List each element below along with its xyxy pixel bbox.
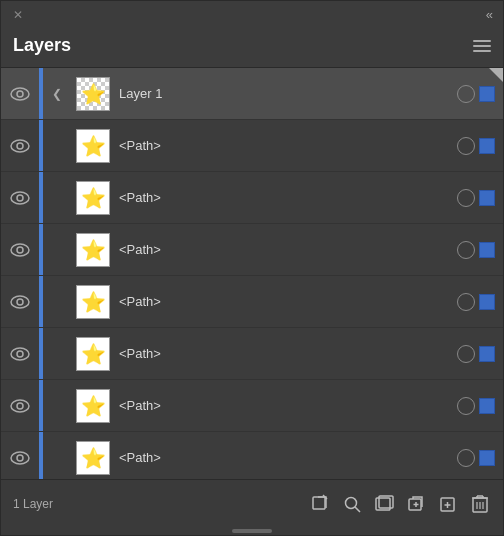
svg-point-12 [11, 400, 29, 412]
visibility-toggle[interactable] [1, 451, 39, 465]
svg-point-14 [11, 452, 29, 464]
svg-point-13 [17, 403, 23, 409]
layer-name: <Path> [115, 346, 457, 361]
target-circle[interactable] [457, 345, 475, 363]
layer-name: <Path> [115, 138, 457, 153]
panel-menu-button[interactable] [473, 40, 491, 52]
new-layer-button[interactable] [437, 493, 459, 515]
layer-indent-line [39, 380, 43, 431]
svg-point-9 [17, 299, 23, 305]
footer-actions [309, 493, 491, 515]
color-square[interactable] [479, 294, 495, 310]
svg-point-1 [17, 91, 23, 97]
layer-name: Layer 1 [115, 86, 457, 101]
layer-indent-line [39, 224, 43, 275]
layer-indent-line [39, 328, 43, 379]
svg-point-10 [11, 348, 29, 360]
layer-row[interactable]: ❮ ⭐ Layer 1 [1, 68, 503, 120]
path-thumbnail: ⭐ [75, 336, 111, 372]
panel-title-bar: Layers [1, 24, 503, 68]
panel-footer: 1 Layer [1, 479, 503, 527]
layer-count-label: 1 Layer [13, 497, 309, 511]
svg-point-4 [11, 192, 29, 204]
svg-point-3 [17, 143, 23, 149]
target-circle[interactable] [457, 449, 475, 467]
color-square[interactable] [479, 86, 495, 102]
path-thumbnail: ⭐ [75, 128, 111, 164]
new-sublayer-button[interactable] [405, 493, 427, 515]
layer-row[interactable]: ⭐ <Path> [1, 224, 503, 276]
svg-point-0 [11, 88, 29, 100]
layer-row[interactable]: ⭐ <Path> [1, 276, 503, 328]
layer-row[interactable]: ⭐ <Path> [1, 328, 503, 380]
path-thumbnail: ⭐ [75, 388, 111, 424]
svg-line-18 [355, 507, 360, 512]
color-square[interactable] [479, 346, 495, 362]
path-thumbnail: ⭐ [75, 440, 111, 476]
visibility-toggle[interactable] [1, 87, 39, 101]
layer-row[interactable]: ⭐ <Path> [1, 432, 503, 479]
visibility-toggle[interactable] [1, 295, 39, 309]
layer-name: <Path> [115, 450, 457, 465]
layer-right-controls [457, 137, 503, 155]
locate-object-button[interactable] [341, 493, 363, 515]
path-thumbnail: ⭐ [75, 232, 111, 268]
path-thumbnail: ⭐ [75, 180, 111, 216]
layer-indent-line [39, 172, 43, 223]
layer-row[interactable]: ⭐ <Path> [1, 172, 503, 224]
layers-list: ❮ ⭐ Layer 1 [1, 68, 503, 479]
layer-right-controls [457, 293, 503, 311]
visibility-toggle[interactable] [1, 347, 39, 361]
target-circle[interactable] [457, 85, 475, 103]
target-circle[interactable] [457, 241, 475, 259]
layer-right-controls [457, 397, 503, 415]
color-square[interactable] [479, 398, 495, 414]
layer-right-controls [457, 345, 503, 363]
path-thumbnail: ⭐ [75, 284, 111, 320]
svg-point-15 [17, 455, 23, 461]
delete-layer-button[interactable] [469, 493, 491, 515]
visibility-toggle[interactable] [1, 399, 39, 413]
layer-indent-line [39, 432, 43, 479]
svg-point-2 [11, 140, 29, 152]
corner-indicator [489, 68, 503, 82]
svg-point-6 [11, 244, 29, 256]
color-square[interactable] [479, 190, 495, 206]
expand-arrow[interactable]: ❮ [43, 87, 71, 101]
target-circle[interactable] [457, 189, 475, 207]
svg-rect-16 [313, 497, 325, 509]
color-square[interactable] [479, 138, 495, 154]
layer-thumbnail: ⭐ [75, 76, 111, 112]
layer-row[interactable]: ⭐ <Path> [1, 380, 503, 432]
layer-row[interactable]: ⭐ <Path> [1, 120, 503, 172]
layers-panel: ✕ « Layers ❮ ⭐ [0, 0, 504, 536]
layer-right-controls [457, 449, 503, 467]
layer-indent-line [39, 276, 43, 327]
target-circle[interactable] [457, 397, 475, 415]
svg-point-17 [346, 497, 357, 508]
drag-handle[interactable] [232, 529, 272, 533]
color-square[interactable] [479, 450, 495, 466]
collect-in-layer-button[interactable] [373, 493, 395, 515]
svg-point-5 [17, 195, 23, 201]
visibility-toggle[interactable] [1, 139, 39, 153]
make-clipping-mask-button[interactable] [309, 493, 331, 515]
svg-point-8 [11, 296, 29, 308]
target-circle[interactable] [457, 293, 475, 311]
visibility-toggle[interactable] [1, 243, 39, 257]
color-square[interactable] [479, 242, 495, 258]
layer-name: <Path> [115, 242, 457, 257]
back-arrows-icon[interactable]: « [486, 7, 493, 22]
target-circle[interactable] [457, 137, 475, 155]
panel-title: Layers [13, 35, 71, 56]
svg-point-11 [17, 351, 23, 357]
layer-name: <Path> [115, 190, 457, 205]
layer-name: <Path> [115, 294, 457, 309]
layer-name: <Path> [115, 398, 457, 413]
svg-point-7 [17, 247, 23, 253]
layer-right-controls [457, 189, 503, 207]
layer-right-controls [457, 85, 503, 103]
visibility-toggle[interactable] [1, 191, 39, 205]
close-icon[interactable]: ✕ [11, 8, 25, 22]
layer-right-controls [457, 241, 503, 259]
